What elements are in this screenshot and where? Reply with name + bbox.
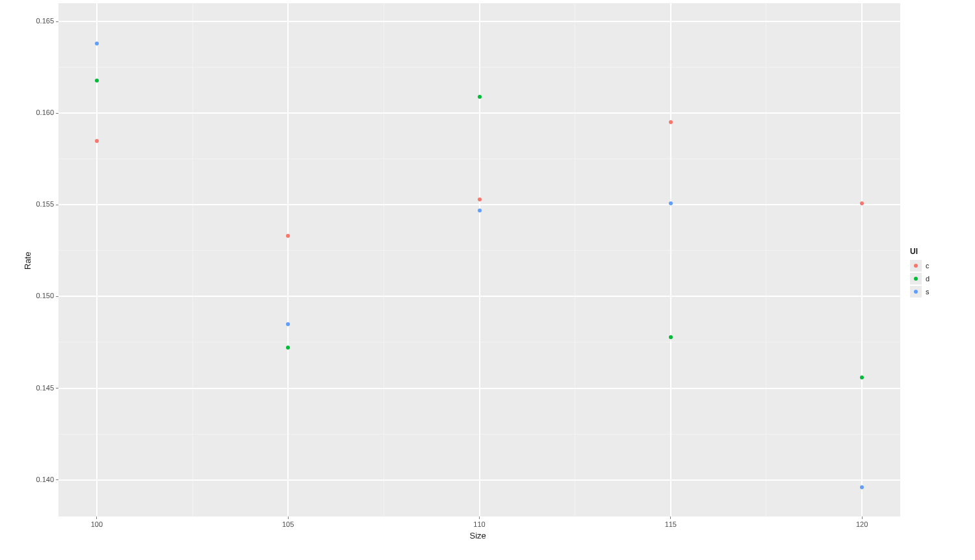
data-point [669,120,673,124]
x-tick [288,516,289,519]
grid-minor-v [575,3,575,516]
y-tick-label: 0.160 [29,108,54,116]
grid-major-h [58,21,900,22]
x-tick [670,516,671,519]
chart-container: Rate Size UI cds 1001051101151200.1400.1… [0,0,975,560]
data-point [669,201,673,205]
x-tick-label: 100 [87,520,107,528]
y-tick-label: 0.145 [29,384,54,392]
grid-major-v [287,3,289,516]
y-tick [56,296,58,297]
grid-major-h [58,204,900,205]
x-tick-label: 120 [852,520,872,528]
y-tick [56,21,58,22]
x-tick-label: 110 [470,520,489,528]
legend-dot-icon [914,277,918,281]
y-tick-label: 0.155 [29,200,54,208]
data-point [286,234,290,238]
grid-major-v [861,3,863,516]
x-tick [862,516,863,519]
x-tick-label: 115 [661,520,681,528]
x-tick [479,516,480,519]
data-point [95,139,99,143]
y-tick-label: 0.165 [29,17,54,25]
data-point [95,42,99,45]
legend-key [910,273,922,285]
legend: UI cds [910,247,930,299]
legend-key [910,286,922,298]
grid-major-h [58,112,900,114]
legend-label: d [926,275,930,283]
data-point [860,485,864,489]
data-point [478,95,482,99]
x-axis-title: Size [470,531,486,541]
legend-dot-icon [914,290,918,294]
legend-label: c [926,262,930,270]
grid-minor-v [384,3,384,516]
legend-item: s [910,286,930,298]
data-point [478,209,482,212]
x-tick [96,516,97,519]
y-tick [56,205,58,205]
x-tick-label: 105 [278,520,298,528]
legend-key [910,260,922,272]
legend-label: s [926,288,930,296]
legend-item: c [910,260,930,272]
legend-item: d [910,273,930,285]
y-tick-label: 0.150 [29,292,54,299]
data-point [478,197,482,201]
grid-minor-v [192,3,193,516]
data-point [95,79,99,83]
grid-major-h [58,296,900,297]
grid-major-h [58,388,900,389]
y-tick [56,388,58,388]
legend-dot-icon [914,264,918,268]
y-axis-title: Rate [23,252,32,270]
grid-minor-v [766,3,766,516]
data-point [860,375,864,379]
y-tick-label: 0.140 [29,476,54,483]
grid-major-h [58,479,900,481]
data-point [860,201,864,205]
y-tick [56,479,58,480]
data-point [286,346,290,350]
data-point [669,335,673,339]
legend-title: UI [910,247,930,256]
data-point [286,322,290,326]
y-tick [56,113,58,114]
grid-major-v [479,3,480,516]
grid-major-v [670,3,671,516]
